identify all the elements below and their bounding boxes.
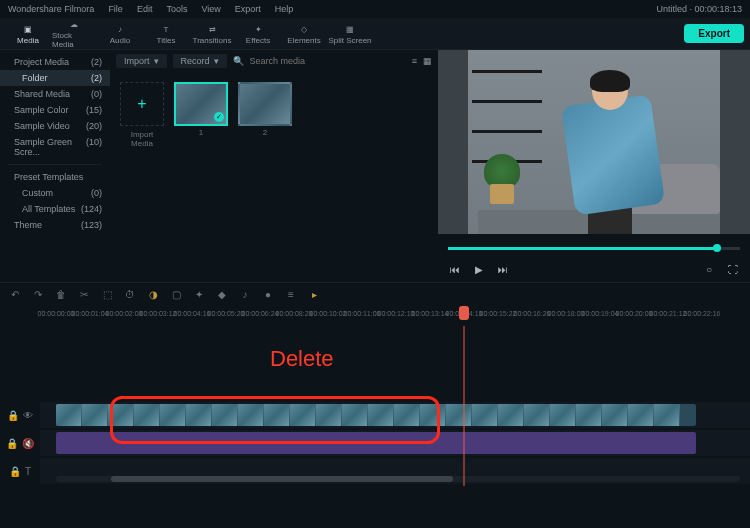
color-button[interactable]: ◑ — [146, 288, 160, 302]
audio-icon: ♪ — [113, 22, 127, 36]
tab-elements[interactable]: ◇Elements — [282, 19, 326, 49]
mute-icon[interactable]: 🔇 — [22, 438, 34, 449]
next-frame-button[interactable]: ⏭ — [496, 262, 510, 276]
undo-button[interactable]: ↶ — [8, 288, 22, 302]
redo-button[interactable]: ↷ — [31, 288, 45, 302]
sidebar-sample-color[interactable]: Sample Color(15) — [0, 102, 110, 118]
titles-icon: T — [159, 22, 173, 36]
chevron-down-icon: ▾ — [154, 56, 159, 66]
fullscreen-button[interactable]: ⛶ — [726, 262, 740, 276]
video-track-head[interactable]: 🔒👁 — [0, 402, 40, 428]
timeline-ruler[interactable]: 00:00:00:0000:00:01:0400:00:02:0800:00:0… — [0, 306, 750, 326]
mixer-button[interactable]: ≡ — [284, 288, 298, 302]
video-clip[interactable] — [56, 404, 696, 426]
sidebar-folder[interactable]: Folder(2) — [0, 70, 110, 86]
delete-annotation-label: Delete — [270, 346, 334, 372]
tab-audio[interactable]: ♪Audio — [98, 19, 142, 49]
snapshot-button[interactable]: ○ — [702, 262, 716, 276]
plus-icon: + — [137, 95, 146, 113]
sidebar-sample-green[interactable]: Sample Green Scre...(10) — [0, 134, 110, 160]
play-button[interactable]: ▶ — [472, 262, 486, 276]
media-thumb-1[interactable]: ✓ 1 — [174, 82, 228, 137]
sidebar-shared[interactable]: Shared Media(0) — [0, 86, 110, 102]
record-dropdown[interactable]: Record▾ — [173, 54, 227, 68]
tab-media[interactable]: ▣Media — [6, 19, 50, 49]
prev-frame-button[interactable]: ⏮ — [448, 262, 462, 276]
import-media-tile[interactable]: + — [120, 82, 164, 126]
lock-icon[interactable]: 🔒 — [6, 438, 18, 449]
menu-view[interactable]: View — [201, 4, 220, 14]
grid-view-icon[interactable]: ▦ — [423, 56, 432, 66]
speed-button[interactable]: ⏱ — [123, 288, 137, 302]
menu-edit[interactable]: Edit — [137, 4, 153, 14]
audio-clip[interactable] — [56, 432, 696, 454]
record-button[interactable]: ● — [261, 288, 275, 302]
render-button[interactable]: ▸ — [307, 288, 321, 302]
search-input[interactable] — [250, 56, 406, 66]
sidebar-sample-video[interactable]: Sample Video(20) — [0, 118, 110, 134]
marker-button[interactable]: ✦ — [192, 288, 206, 302]
chevron-down-icon: ▾ — [214, 56, 219, 66]
tab-split[interactable]: ▦Split Screen — [328, 19, 372, 49]
delete-button[interactable]: 🗑 — [54, 288, 68, 302]
split-icon: ▦ — [343, 22, 357, 36]
sidebar-preset-theme[interactable]: Theme(123) — [0, 217, 110, 233]
stock-icon: ☁ — [67, 19, 81, 31]
sidebar-project-media[interactable]: Project Media(2) — [0, 54, 110, 70]
sidebar-preset-all[interactable]: All Templates(124) — [0, 201, 110, 217]
text-track-head[interactable]: 🔒T — [0, 458, 40, 484]
timeline-scrollbar[interactable] — [56, 476, 740, 482]
lock-icon[interactable]: 🔒 — [9, 466, 21, 477]
eye-icon[interactable]: 👁 — [23, 410, 33, 421]
menu-file[interactable]: File — [108, 4, 123, 14]
menu-tools[interactable]: Tools — [166, 4, 187, 14]
tab-transitions[interactable]: ⇄Transitions — [190, 19, 234, 49]
playhead[interactable] — [459, 306, 469, 320]
import-dropdown[interactable]: Import▾ — [116, 54, 167, 68]
split-button[interactable]: ✂ — [77, 288, 91, 302]
app-title: Wondershare Filmora — [8, 4, 94, 14]
check-icon: ✓ — [214, 112, 224, 122]
audio-track[interactable] — [40, 430, 750, 456]
green-screen-button[interactable]: ▢ — [169, 288, 183, 302]
preview-scrubber[interactable] — [448, 247, 740, 250]
tab-stock[interactable]: ☁Stock Media — [52, 19, 96, 49]
effects-icon: ✦ — [251, 22, 265, 36]
preview-viewport[interactable] — [438, 50, 750, 234]
audio-track-head[interactable]: 🔒🔇 — [0, 430, 40, 456]
search-icon: 🔍 — [233, 56, 244, 66]
transitions-icon: ⇄ — [205, 22, 219, 36]
tab-titles[interactable]: TTitles — [144, 19, 188, 49]
detach-audio-button[interactable]: ♪ — [238, 288, 252, 302]
tab-effects[interactable]: ✦Effects — [236, 19, 280, 49]
scrollbar-thumb[interactable] — [111, 476, 453, 482]
export-button[interactable]: Export — [684, 24, 744, 43]
menu-export[interactable]: Export — [235, 4, 261, 14]
menu-help[interactable]: Help — [275, 4, 294, 14]
sidebar-preset-templates[interactable]: Preset Templates — [0, 169, 110, 185]
video-track[interactable] — [40, 402, 750, 428]
lock-icon[interactable]: 🔒 — [7, 410, 19, 421]
sort-icon[interactable]: ≡ — [412, 56, 417, 66]
keyframe-button[interactable]: ◆ — [215, 288, 229, 302]
crop-button[interactable]: ⬚ — [100, 288, 114, 302]
elements-icon: ◇ — [297, 22, 311, 36]
media-icon: ▣ — [21, 22, 35, 36]
sidebar-preset-custom[interactable]: Custom(0) — [0, 185, 110, 201]
media-thumb-2[interactable]: 2 — [238, 82, 292, 137]
import-label: Import Media — [120, 130, 164, 148]
project-timestamp: Untitled · 00:00:18:13 — [656, 4, 742, 14]
